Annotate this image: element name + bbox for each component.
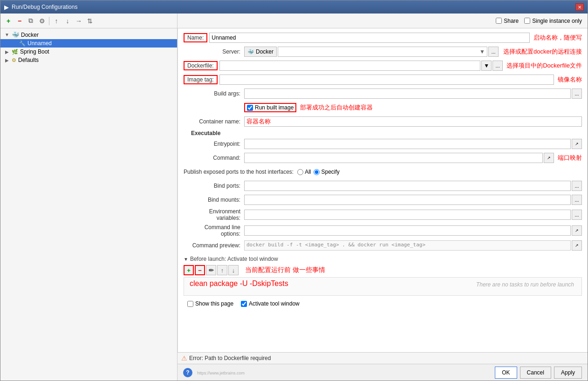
move-to-button[interactable]: → xyxy=(74,16,84,26)
bind-ports-browse-button[interactable]: ... xyxy=(572,181,582,191)
before-launch-add-button[interactable]: + xyxy=(184,265,194,275)
cmd-options-row: Command line options: ↗ xyxy=(184,224,582,237)
ports-all-radio[interactable] xyxy=(297,169,303,175)
entrypoint-controls: ↗ xyxy=(244,139,582,149)
move-up-button[interactable]: ↑ xyxy=(51,16,62,26)
before-launch-header[interactable]: ▼ Before launch: Activate tool window xyxy=(184,256,582,262)
before-launch-content: There are no tasks to run before launch … xyxy=(184,277,582,296)
ports-specify-radio[interactable] xyxy=(314,169,320,175)
left-toolbar: + − ⧉ ⚙ ↑ ↓ → ⇅ xyxy=(0,14,177,28)
single-instance-checkbox[interactable] xyxy=(524,18,530,24)
command-label: Command: xyxy=(184,155,244,161)
cmd-options-input[interactable] xyxy=(244,225,571,236)
image-tag-input[interactable] xyxy=(219,75,554,85)
top-options: Share Single instance only xyxy=(178,14,588,28)
show-page-label: Show this page xyxy=(195,300,233,307)
no-tasks-label: There are no tasks to run before launch xyxy=(476,281,574,288)
add-config-button[interactable]: + xyxy=(3,16,14,26)
before-launch-actions: + − ✏ ↑ ↓ 当前配置运行前 做一些事情 xyxy=(184,265,582,275)
close-button[interactable]: ✕ xyxy=(575,3,584,11)
cmd-preview-controls: docker build -f -t <image_tag> . && dock… xyxy=(244,240,582,251)
help-button[interactable]: ? xyxy=(183,368,192,377)
cmd-preview-expand-button[interactable]: ↗ xyxy=(572,240,582,251)
cmd-options-controls: ↗ xyxy=(244,225,582,236)
before-launch-remove-button[interactable]: − xyxy=(195,265,205,275)
ports-all-label: All xyxy=(305,169,311,175)
dockerfile-row: Dockerfile: ▼ ... 选择项目中的Dockerfile文件 xyxy=(184,60,582,71)
run-built-image-annotation: 部署成功之后自动创建容器 xyxy=(300,103,373,112)
command-input[interactable] xyxy=(244,153,543,163)
title-bar: ▶ Run/Debug Configurations ✕ xyxy=(0,0,588,14)
before-launch-expand-icon: ▼ xyxy=(184,257,188,262)
cmd-options-expand-button[interactable]: ↗ xyxy=(572,225,582,236)
activate-window-option[interactable]: Activate tool window xyxy=(241,300,300,307)
dockerfile-dropdown-arrow[interactable]: ▼ xyxy=(481,61,492,71)
before-launch-annotation: 当前配置运行前 做一些事情 xyxy=(245,266,325,274)
build-args-input[interactable] xyxy=(244,88,571,99)
name-input[interactable] xyxy=(209,33,530,43)
tree-item-unnamed[interactable]: 🔧 Unnamed xyxy=(0,39,177,48)
tree-item-spring-boot[interactable]: ▶ 🌿 Spring Boot xyxy=(0,48,177,56)
title-bar-left: ▶ Run/Debug Configurations xyxy=(4,4,77,11)
server-browse-button[interactable]: ... xyxy=(488,47,499,57)
spring-boot-label: Spring Boot xyxy=(20,48,49,55)
apply-button[interactable]: Apply xyxy=(554,367,582,379)
server-dropdown-area: ▼ ... xyxy=(278,47,499,57)
image-tag-label: Image tag: xyxy=(184,75,218,84)
share-checkbox[interactable] xyxy=(496,18,502,24)
show-page-checkbox[interactable] xyxy=(187,301,193,307)
server-controls: 🐳 Docker ▼ ... 选择或配置docker的远程连接 xyxy=(244,47,582,57)
settings-button[interactable]: ⚙ xyxy=(37,16,47,26)
env-vars-browse-button[interactable]: ... xyxy=(572,210,582,220)
error-bar: ⚠ Error: Path to Dockerfile required xyxy=(178,352,588,364)
command-expand-button[interactable]: ↗ xyxy=(544,153,554,163)
copy-config-button[interactable]: ⧉ xyxy=(26,16,36,26)
executable-section: Executable xyxy=(184,130,582,136)
image-tag-row: Image tag: 镜像名称 xyxy=(184,74,582,85)
bind-mounts-controls: ... xyxy=(244,195,582,205)
cancel-button[interactable]: Cancel xyxy=(520,367,551,379)
bind-mounts-browse-button[interactable]: ... xyxy=(572,195,582,205)
entrypoint-input[interactable] xyxy=(244,139,571,149)
dockerfile-input[interactable] xyxy=(219,61,481,71)
sort-button[interactable]: ⇅ xyxy=(85,16,95,26)
docker-expand-icon: ▼ xyxy=(4,32,10,37)
run-built-image-checkbox[interactable] xyxy=(247,105,253,111)
dropdown-arrow-icon: ▼ xyxy=(479,48,485,55)
bind-ports-input[interactable] xyxy=(244,181,571,191)
dockerfile-browse-button[interactable]: ... xyxy=(492,61,503,71)
container-name-input[interactable] xyxy=(244,116,582,127)
show-page-option[interactable]: Show this page xyxy=(187,300,233,307)
env-vars-label: Environment variables: xyxy=(184,208,244,221)
clean-package-label: clean package -U -DskipTests xyxy=(190,279,288,287)
before-launch-down-button[interactable]: ↓ xyxy=(228,265,239,275)
tree-item-docker[interactable]: ▼ 🐳 Docker xyxy=(0,30,177,39)
bind-mounts-input[interactable] xyxy=(244,195,571,205)
before-launch-up-button[interactable]: ↑ xyxy=(217,265,227,275)
activate-window-checkbox[interactable] xyxy=(241,301,247,307)
unnamed-label: Unnamed xyxy=(27,40,52,47)
single-instance-label: Single instance only xyxy=(532,18,582,24)
tree-item-defaults[interactable]: ▶ ⚙ Defaults xyxy=(0,56,177,64)
before-launch-edit-button[interactable]: ✏ xyxy=(206,265,216,275)
cmd-preview-row: Command preview: docker build -f -t <ima… xyxy=(184,240,582,251)
config-tree: ▼ 🐳 Docker 🔧 Unnamed ▶ 🌿 Spring Boot xyxy=(0,28,177,381)
entrypoint-expand-button[interactable]: ↗ xyxy=(572,139,582,149)
move-down-button[interactable]: ↓ xyxy=(62,16,73,26)
ok-button[interactable]: OK xyxy=(495,367,517,379)
env-vars-input[interactable] xyxy=(244,210,571,220)
ports-specify-option[interactable]: Specify xyxy=(314,169,339,175)
publish-ports-row: Publish exposed ports to the host interf… xyxy=(184,166,582,177)
server-annotation: 选择或配置docker的远程连接 xyxy=(503,48,582,56)
before-launch-label: Before launch: Activate tool window xyxy=(190,256,278,262)
config-area: Name: 启动名称，随便写 Server: 🐳 Docker xyxy=(178,28,588,352)
remove-config-button[interactable]: − xyxy=(14,16,25,26)
server-dropdown[interactable]: ▼ xyxy=(278,47,487,57)
cmd-preview-value: docker build -f -t <image_tag> . && dock… xyxy=(244,240,571,251)
title-bar-title: Run/Debug Configurations xyxy=(12,4,77,10)
env-vars-controls: ... xyxy=(244,210,582,220)
build-args-browse-button[interactable]: ... xyxy=(572,88,582,99)
ports-all-option[interactable]: All xyxy=(297,169,311,175)
cmd-preview-label: Command preview: xyxy=(184,242,244,249)
bind-ports-row: Bind ports: ... xyxy=(184,180,582,191)
